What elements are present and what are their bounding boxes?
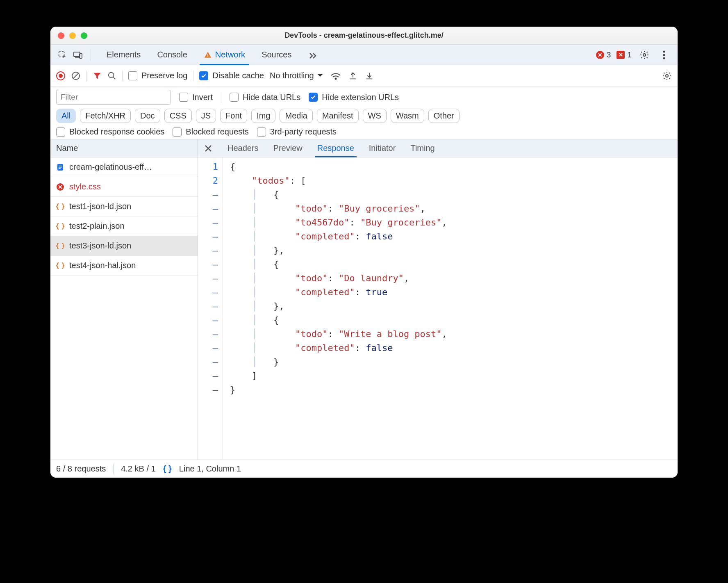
pill-fetch-xhr[interactable]: Fetch/XHR [80,109,131,123]
svg-point-14 [335,78,336,79]
detail-tab-headers[interactable]: Headers [226,140,260,156]
svg-rect-5 [207,56,208,57]
divider [221,92,221,102]
issue-count[interactable]: ✕ 1 [617,50,632,59]
pill-all[interactable]: All [56,109,76,123]
svg-rect-1 [74,52,80,57]
pill-img[interactable]: Img [251,109,275,123]
device-toolbar-icon[interactable] [71,48,85,62]
code-content[interactable]: { "todos": [ │ { │ "todo": "Buy grocerie… [223,157,678,460]
window-titlebar: DevTools - cream-gelatinous-effect.glitc… [50,27,678,45]
detail-tab-response[interactable]: Response [316,140,356,156]
request-row[interactable]: test3-json-ld.json [50,236,198,256]
tab-network[interactable]: Network [201,46,248,64]
request-name: style.css [69,182,101,191]
download-har-icon[interactable] [365,71,374,80]
request-row[interactable]: test2-plain.json [50,216,198,236]
tabstrip-right: ✕ 3 ✕ 1 [596,48,673,62]
request-row[interactable]: test4-json-hal.json [50,256,198,276]
tab-elements[interactable]: Elements [104,46,143,64]
close-window-button[interactable] [58,32,64,39]
json-file-icon [55,221,65,231]
pill-manifest[interactable]: Manifest [317,109,359,123]
name-column-header[interactable]: Name [50,139,198,157]
preserve-log-checkbox[interactable]: Preserve log [128,71,187,80]
pill-wasm[interactable]: Wasm [391,109,424,123]
checkbox-unchecked-icon [173,128,182,137]
request-row[interactable]: test1-json-ld.json [50,197,198,216]
doc-file-icon [55,162,65,172]
error-count[interactable]: ✕ 3 [596,50,611,59]
blocked-requests-label: Blocked requests [186,127,248,137]
more-tabs-icon[interactable] [306,48,320,62]
disable-cache-label: Disable cache [212,71,264,80]
svg-rect-3 [80,54,82,58]
request-row[interactable]: cream-gelatinous-eff… [50,157,198,177]
record-button[interactable] [56,71,65,80]
checkbox-checked-icon [199,71,208,80]
inspect-element-icon[interactable] [55,48,69,62]
settings-icon[interactable] [637,48,651,62]
checkbox-unchecked-icon [179,93,188,102]
invert-checkbox[interactable]: Invert [179,93,213,102]
disable-cache-checkbox[interactable]: Disable cache [199,71,264,80]
zoom-window-button[interactable] [81,32,87,39]
minimize-window-button[interactable] [69,32,76,39]
clear-button[interactable] [71,71,81,81]
request-name: test4-json-hal.json [69,261,136,270]
hide-ext-urls-checkbox[interactable]: Hide extension URLs [309,93,399,102]
svg-line-11 [73,73,79,79]
filter-input[interactable] [56,90,171,105]
devtools-window: DevTools - cream-gelatinous-effect.glitc… [50,27,678,478]
svg-rect-19 [59,168,61,169]
request-name: test1-json-ld.json [69,202,131,211]
close-detail-button[interactable] [202,145,214,152]
traffic-lights [58,32,87,39]
line-gutter[interactable]: 12‒‒‒‒‒‒‒‒‒‒‒‒‒‒‒ [198,157,223,460]
request-count: 6 / 8 requests [56,464,106,474]
divider [86,71,87,81]
checkbox-unchecked-icon [230,93,239,102]
request-row[interactable]: style.css [50,177,198,197]
blocked-requests-checkbox[interactable]: Blocked requests [173,127,248,137]
error-icon: ✕ [596,51,604,59]
kebab-menu-icon[interactable] [657,48,671,62]
upload-har-icon[interactable] [348,71,357,80]
pill-font[interactable]: Font [220,109,247,123]
pill-doc[interactable]: Doc [135,109,160,123]
detail-tab-timing[interactable]: Timing [409,140,436,156]
svg-rect-17 [59,166,62,166]
divider [91,49,91,61]
checkbox-checked-icon [309,93,318,102]
main-area: Name cream-gelatinous-eff…style.csstest1… [50,139,678,460]
pill-ws[interactable]: WS [363,109,387,123]
pill-css[interactable]: CSS [164,109,192,123]
chevron-down-icon [317,74,323,78]
detail-tab-initiator[interactable]: Initiator [367,140,398,156]
detail-tab-preview[interactable]: Preview [272,140,304,156]
search-icon[interactable] [107,71,116,80]
json-file-icon [55,261,65,271]
tab-console[interactable]: Console [155,46,189,64]
pill-other[interactable]: Other [428,109,460,123]
hide-data-urls-checkbox[interactable]: Hide data URLs [230,93,300,102]
blocked-cookies-checkbox[interactable]: Blocked response cookies [56,127,164,137]
tab-sources[interactable]: Sources [259,46,294,64]
network-conditions-icon[interactable] [330,71,341,80]
hide-data-urls-label: Hide data URLs [243,93,300,102]
pill-media[interactable]: Media [280,109,312,123]
request-name: test2-plain.json [69,221,125,231]
filter-icon[interactable] [93,71,102,80]
issue-icon: ✕ [617,51,625,59]
third-party-checkbox[interactable]: 3rd-party requests [257,127,337,137]
main-tabstrip: Elements Console Network Sources ✕ 3 ✕ 1 [50,45,678,65]
pill-js[interactable]: JS [196,109,216,123]
status-bar: 6 / 8 requests 4.2 kB / 1 { } Line 1, Co… [50,460,678,478]
request-name: test3-json-ld.json [69,241,131,251]
invert-label: Invert [192,93,213,102]
checkbox-unchecked-icon [257,128,266,137]
throttling-select[interactable]: No throttling [270,71,323,80]
network-settings-icon[interactable] [662,71,672,81]
pretty-print-icon[interactable]: { } [163,464,172,474]
svg-rect-4 [207,54,208,55]
